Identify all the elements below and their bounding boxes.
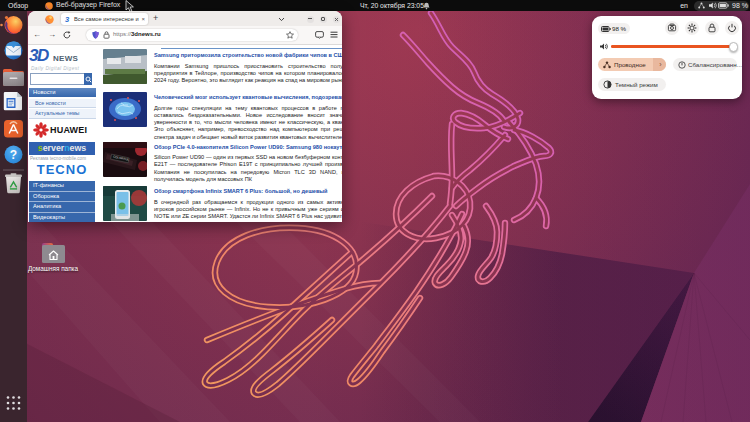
svg-text:?: ? xyxy=(10,148,17,162)
